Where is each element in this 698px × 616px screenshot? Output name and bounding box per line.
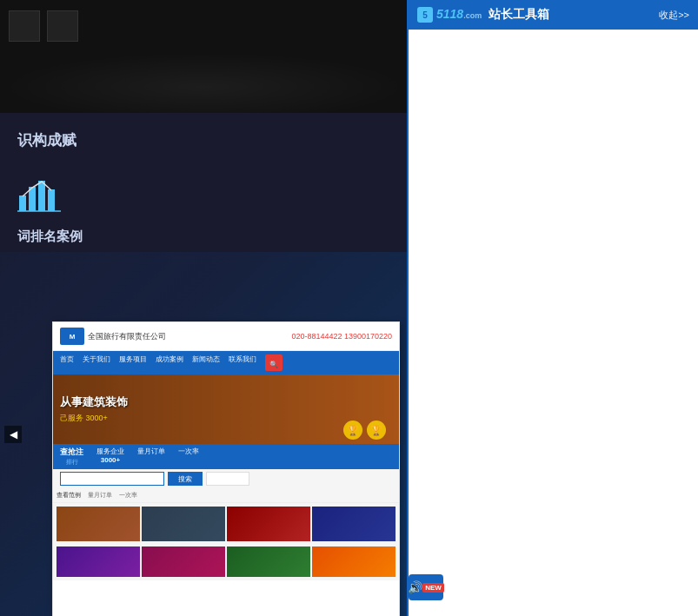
- preview-logo: M 全国旅行有限责任公司: [60, 328, 166, 345]
- preview-search-bar: 搜索: [53, 469, 399, 488]
- toolbar-header: 5 5118.com 站长工具箱 收起>>: [409, 0, 698, 30]
- preview-search-btn: 搜索: [168, 472, 203, 486]
- company-name: 全国旅行有限责任公司: [88, 331, 166, 342]
- preview-grid-1: [53, 503, 399, 545]
- preview-hero: 从事建筑装饰 己服务 3000+ 🏆 🏆: [53, 374, 399, 444]
- stat-3: 量月订单: [137, 447, 165, 467]
- thumb-3: [227, 507, 310, 541]
- thumb-5: [57, 546, 140, 577]
- search-btn: 🔍: [265, 354, 283, 371]
- recognition-text: 识构成赋: [17, 132, 76, 149]
- collapse-button[interactable]: 收起>>: [659, 9, 689, 22]
- logo-dotcom: .com: [463, 11, 482, 20]
- trophy-icon-1: 🏆: [343, 421, 362, 440]
- nav-home: 首页: [60, 354, 74, 371]
- middle-text-section: 识构成赋: [0, 113, 409, 168]
- bar-chart-icon: [17, 174, 61, 213]
- left-panel: 识构成赋 词排名案例 ◀ M 全国旅行有限责任公司 020-88144: [0, 0, 409, 616]
- chart-section: [0, 161, 409, 226]
- nav-about: 关于我们: [83, 354, 110, 371]
- thumb-8: [312, 546, 396, 577]
- stat-4: 一次率: [178, 447, 199, 467]
- toolbar-title-text: 站长工具箱: [489, 7, 549, 21]
- audio-button[interactable]: 🔊 NEW: [409, 574, 443, 600]
- case-title: 词排名案例: [17, 229, 83, 243]
- preview-stats-bar: 查抢注 排行 服务企业 3000+ 量月订单 一次率: [53, 444, 399, 469]
- preview-header: M 全国旅行有限责任公司 020-88144422 13900170220: [53, 322, 399, 351]
- 5118-logo-icon: 5: [417, 7, 433, 23]
- svg-rect-3: [48, 189, 55, 211]
- nav-contact: 联系我们: [229, 354, 256, 371]
- thumb-7: [227, 546, 310, 577]
- logo-5118: 5118: [436, 7, 463, 21]
- thumb-1: [57, 507, 140, 541]
- svg-rect-2: [38, 181, 45, 211]
- case-text: 词排名案例: [0, 222, 409, 252]
- dark-box-2: [47, 10, 78, 42]
- top-dark-area: [0, 0, 409, 52]
- right-panel: 5 5118.com 站长工具箱 收起>> SEO大数据 查网站排名词 查Nof…: [407, 0, 698, 616]
- stat-1: 查抢注 排行: [60, 447, 83, 467]
- preview-input-2: [206, 472, 249, 486]
- thumb-6: [142, 546, 225, 577]
- svg-text:5: 5: [422, 10, 428, 20]
- preview-grid-2: [53, 545, 399, 580]
- website-preview: M 全国旅行有限责任公司 020-88144422 13900170220 首页…: [52, 321, 400, 616]
- thumb-2: [142, 507, 225, 541]
- particles-area: [0, 52, 409, 122]
- stat-2: 服务企业 3000+: [96, 447, 124, 467]
- service-icons-row: 查看范例 量月订单 一次率: [53, 488, 399, 503]
- logo-text: 5118.com 站长工具箱: [436, 7, 549, 23]
- scroll-left-arrow[interactable]: ◀: [4, 426, 22, 443]
- nav-cases: 成功案例: [156, 354, 183, 371]
- trophy-icon-2: 🏆: [367, 421, 386, 440]
- preview-nav: 首页 关于我们 服务项目 成功案例 新闻动态 联系我们 🔍: [53, 351, 399, 374]
- preview-search-input: [60, 472, 164, 486]
- new-badge: NEW: [422, 583, 444, 593]
- thumb-4: [312, 507, 396, 541]
- logo-box: M: [60, 328, 84, 345]
- nav-news: 新闻动态: [192, 354, 220, 371]
- nav-service: 服务项目: [119, 354, 147, 371]
- preview-phone: 020-88144422 13900170220: [291, 332, 392, 341]
- hero-main-text: 从事建筑装饰: [60, 394, 128, 410]
- audio-icon: 🔊: [408, 580, 422, 594]
- svg-rect-0: [19, 195, 26, 211]
- dark-box-1: [9, 10, 40, 42]
- toolbar-title: 5 5118.com 站长工具箱: [417, 7, 549, 23]
- hero-sub-text: 己服务 3000+: [60, 413, 128, 424]
- collapse-label: 收起>>: [659, 9, 689, 22]
